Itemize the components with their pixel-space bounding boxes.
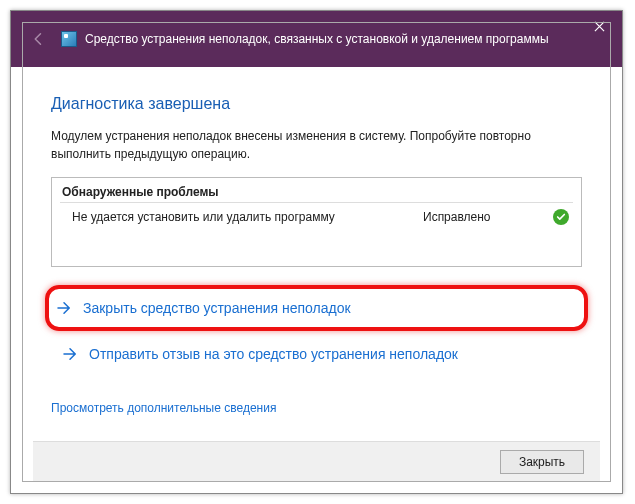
arrow-left-icon	[30, 30, 48, 48]
close-icon	[594, 21, 605, 32]
content-area: Диагностика завершена Модулем устранения…	[11, 67, 622, 426]
actions-list: Закрыть средство устранения неполадок От…	[51, 285, 582, 377]
send-feedback-label: Отправить отзыв на это средство устранен…	[89, 346, 458, 362]
titlebar: Средство устранения неполадок, связанных…	[11, 11, 622, 67]
page-subtext: Модулем устранения неполадок внесены изм…	[51, 127, 582, 163]
dialog-window: Средство устранения неполадок, связанных…	[10, 10, 623, 494]
problem-description: Не удается установить или удалить програ…	[72, 210, 423, 224]
troubleshooter-icon	[61, 31, 77, 47]
close-troubleshooter-action[interactable]: Закрыть средство устранения неполадок	[45, 285, 588, 331]
problems-header: Обнаруженные проблемы	[60, 182, 573, 203]
close-button[interactable]: Закрыть	[500, 450, 584, 474]
window-title: Средство устранения неполадок, связанных…	[85, 32, 549, 46]
problem-row: Не удается установить или удалить програ…	[60, 203, 573, 229]
status-ok-icon	[553, 209, 569, 225]
page-heading: Диагностика завершена	[51, 95, 582, 113]
arrow-right-icon	[59, 343, 81, 365]
view-details-link[interactable]: Просмотреть дополнительные сведения	[51, 401, 276, 415]
problems-box: Обнаруженные проблемы Не удается установ…	[51, 177, 582, 267]
dialog-footer: Закрыть	[33, 441, 600, 481]
problem-status: Исправлено	[423, 210, 553, 224]
close-troubleshooter-label: Закрыть средство устранения неполадок	[83, 300, 351, 316]
back-button[interactable]	[25, 25, 53, 53]
arrow-right-icon	[53, 297, 75, 319]
window-close-button[interactable]	[576, 11, 622, 41]
send-feedback-action[interactable]: Отправить отзыв на это средство устранен…	[51, 331, 582, 377]
